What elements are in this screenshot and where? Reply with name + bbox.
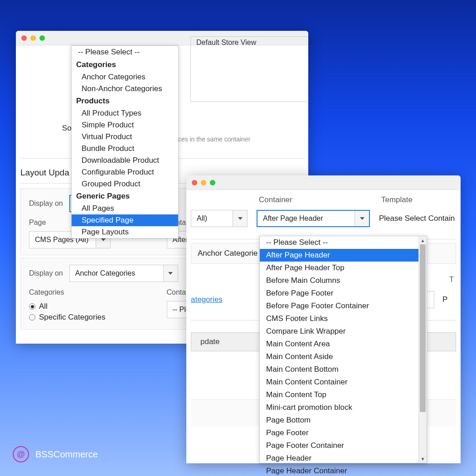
- at-icon: @: [13, 446, 29, 462]
- template-header: Template: [381, 195, 413, 204]
- p-value: P: [442, 295, 456, 304]
- dd-item[interactable]: Before Page Footer: [260, 287, 427, 300]
- scroll-up-icon[interactable]: ▲: [419, 236, 427, 244]
- minimize-icon[interactable]: [201, 180, 206, 185]
- dd-item[interactable]: CMS Footer Links: [260, 312, 427, 325]
- dd-item-selected[interactable]: After Page Header: [260, 249, 427, 262]
- store-view-value: Default Store View: [191, 37, 308, 49]
- maximize-icon[interactable]: [210, 180, 215, 185]
- dd-item[interactable]: Main Content Bottom: [260, 363, 427, 376]
- dd-group-products: Products: [72, 95, 178, 107]
- all-select[interactable]: All): [191, 210, 248, 227]
- dd-item[interactable]: Grouped Product: [72, 178, 178, 190]
- dd-item[interactable]: Non-Anchor Categories: [72, 83, 178, 95]
- dd-item[interactable]: Page Footer: [260, 427, 427, 439]
- display-on-select-2[interactable]: Anchor Categories: [69, 265, 178, 282]
- template-value: Please Select Contain: [379, 214, 455, 223]
- dd-item[interactable]: Main Content Top: [260, 389, 427, 401]
- brand-name: BSSCommerce: [35, 449, 98, 460]
- dd-item[interactable]: Anchor Categories: [72, 71, 178, 83]
- radio-specific[interactable]: Specific Categories: [29, 312, 158, 323]
- close-icon[interactable]: [192, 180, 197, 185]
- close-icon[interactable]: [21, 35, 27, 41]
- maximize-icon[interactable]: [39, 35, 45, 41]
- dd-item[interactable]: Page Footer Container: [260, 439, 427, 452]
- scroll-thumb[interactable]: [420, 244, 426, 412]
- dd-item[interactable]: Mini-cart promotion block: [260, 401, 427, 414]
- anchor-categories: Anchor Categorie: [198, 249, 257, 257]
- dd-item[interactable]: Before Page Footer Container: [260, 300, 427, 312]
- chevron-down-icon[interactable]: [163, 265, 178, 282]
- chevron-down-icon[interactable]: [355, 211, 369, 226]
- titlebar: [186, 175, 461, 190]
- chevron-down-icon[interactable]: [233, 210, 247, 227]
- categories-link[interactable]: ategories: [191, 295, 223, 304]
- dd-item[interactable]: Virtual Product: [72, 131, 178, 143]
- scroll-down-icon[interactable]: ▼: [419, 455, 427, 463]
- dd-item[interactable]: Downloadable Product: [72, 155, 178, 166]
- dd-please-select[interactable]: -- Please Select --: [72, 46, 178, 58]
- display-on-label: Display on: [29, 269, 63, 277]
- dd-item[interactable]: Simple Product: [72, 119, 178, 131]
- brand-logo: @ BSSCommerce: [13, 446, 98, 462]
- container-header: Container: [259, 195, 381, 204]
- container-select-main[interactable]: After Page Header: [257, 210, 370, 227]
- dd-item[interactable]: All Pages: [72, 203, 178, 214]
- dd-item[interactable]: Before Main Columns: [260, 274, 427, 287]
- dd-group-categories: Categories: [72, 58, 178, 71]
- store-view-textarea[interactable]: Default Store View: [190, 36, 308, 102]
- dd-item[interactable]: Bundle Product: [72, 143, 178, 155]
- dd-item[interactable]: Configurable Product: [72, 166, 178, 178]
- dd-item[interactable]: Page Header Container: [260, 465, 427, 476]
- dd-item[interactable]: Page Bottom: [260, 414, 427, 427]
- minimize-icon[interactable]: [30, 35, 36, 41]
- dd-item[interactable]: Page Header: [260, 452, 427, 465]
- dd-item[interactable]: Compare Link Wrapper: [260, 325, 427, 338]
- display-on-dropdown[interactable]: -- Please Select -- Categories Anchor Ca…: [71, 45, 179, 238]
- dd-item[interactable]: Main Content Aside: [260, 350, 427, 363]
- dd-item[interactable]: Page Layouts: [72, 226, 178, 238]
- display-on-label: Display on: [29, 199, 63, 208]
- dd-item[interactable]: -- Please Select --: [260, 236, 427, 249]
- dd-group-generic: Generic Pages: [72, 190, 178, 203]
- dd-item[interactable]: Main Content Area: [260, 338, 427, 350]
- container-dropdown[interactable]: -- Please Select -- After Page Header Af…: [259, 236, 427, 463]
- dd-item[interactable]: Main Content Container: [260, 376, 427, 389]
- dd-item[interactable]: After Page Header Top: [260, 262, 427, 274]
- categories-label: Categories: [29, 288, 158, 296]
- dd-item[interactable]: All Product Types: [72, 107, 178, 119]
- scrollbar[interactable]: ▲ ▼: [418, 236, 427, 463]
- dd-item-selected[interactable]: Specified Page: [72, 214, 178, 226]
- radio-all[interactable]: All: [29, 301, 158, 312]
